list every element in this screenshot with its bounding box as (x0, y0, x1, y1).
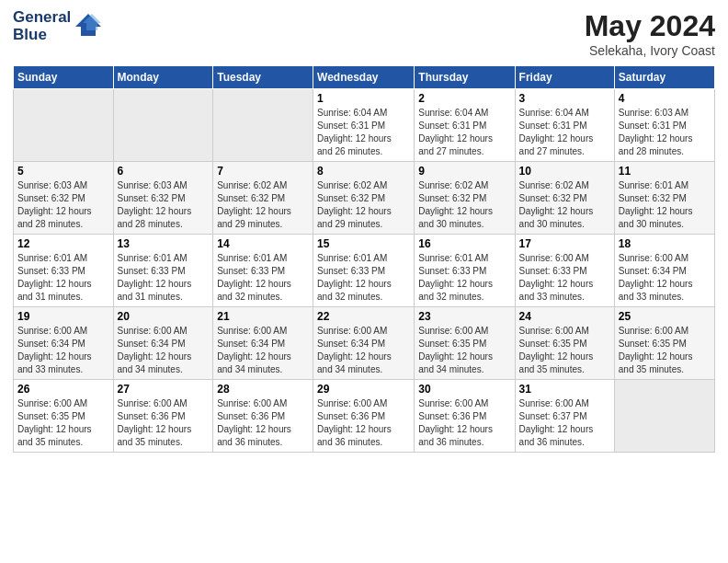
day-info: Sunrise: 6:03 AM Sunset: 6:31 PM Dayligh… (619, 107, 711, 158)
day-number: 30 (418, 383, 510, 396)
calendar-day-cell: 24Sunrise: 6:00 AM Sunset: 6:35 PM Dayli… (515, 307, 614, 380)
calendar-day-cell: 29Sunrise: 6:00 AM Sunset: 6:36 PM Dayli… (313, 380, 415, 453)
calendar-day-cell: 19Sunrise: 6:00 AM Sunset: 6:34 PM Dayli… (14, 307, 114, 380)
day-info: Sunrise: 6:00 AM Sunset: 6:36 PM Dayligh… (217, 397, 309, 449)
day-info: Sunrise: 6:03 AM Sunset: 6:32 PM Dayligh… (17, 179, 109, 231)
day-number: 28 (217, 383, 309, 396)
day-info: Sunrise: 6:00 AM Sunset: 6:37 PM Dayligh… (519, 397, 610, 449)
day-info: Sunrise: 6:03 AM Sunset: 6:32 PM Dayligh… (118, 179, 210, 231)
day-info: Sunrise: 6:00 AM Sunset: 6:34 PM Dayligh… (619, 252, 711, 304)
weekday-header-sunday: Sunday (14, 66, 114, 89)
calendar-day-cell: 15Sunrise: 6:01 AM Sunset: 6:33 PM Dayli… (313, 235, 415, 307)
day-info: Sunrise: 6:00 AM Sunset: 6:34 PM Dayligh… (118, 325, 210, 376)
calendar-day-cell: 25Sunrise: 6:00 AM Sunset: 6:35 PM Dayli… (614, 307, 714, 380)
day-info: Sunrise: 6:04 AM Sunset: 6:31 PM Dayligh… (317, 107, 410, 158)
calendar-day-cell (213, 89, 313, 162)
calendar-day-cell: 23Sunrise: 6:00 AM Sunset: 6:35 PM Dayli… (415, 307, 515, 380)
day-number: 20 (118, 310, 210, 323)
day-number: 3 (519, 92, 610, 105)
calendar-day-cell: 13Sunrise: 6:01 AM Sunset: 6:33 PM Dayli… (113, 235, 213, 307)
day-number: 6 (118, 165, 210, 178)
day-number: 7 (217, 165, 309, 178)
logo-text-general: General (13, 9, 71, 27)
calendar-week-row: 19Sunrise: 6:00 AM Sunset: 6:34 PM Dayli… (14, 307, 715, 380)
calendar-day-cell: 28Sunrise: 6:00 AM Sunset: 6:36 PM Dayli… (213, 380, 313, 453)
calendar-body: 1Sunrise: 6:04 AM Sunset: 6:31 PM Daylig… (14, 89, 715, 453)
calendar-header: SundayMondayTuesdayWednesdayThursdayFrid… (14, 66, 715, 89)
day-number: 26 (17, 383, 109, 396)
weekday-header-friday: Friday (515, 66, 614, 89)
day-info: Sunrise: 6:01 AM Sunset: 6:33 PM Dayligh… (118, 252, 210, 304)
day-number: 23 (418, 310, 510, 323)
day-number: 25 (619, 310, 711, 323)
day-info: Sunrise: 6:00 AM Sunset: 6:36 PM Dayligh… (118, 397, 210, 449)
calendar-day-cell: 14Sunrise: 6:01 AM Sunset: 6:33 PM Dayli… (213, 235, 313, 307)
day-number: 18 (619, 237, 711, 250)
weekday-header-wednesday: Wednesday (313, 66, 415, 89)
calendar-day-cell: 10Sunrise: 6:02 AM Sunset: 6:32 PM Dayli… (515, 162, 614, 235)
day-info: Sunrise: 6:01 AM Sunset: 6:33 PM Dayligh… (317, 252, 410, 304)
day-info: Sunrise: 6:00 AM Sunset: 6:35 PM Dayligh… (619, 325, 711, 376)
day-info: Sunrise: 6:01 AM Sunset: 6:32 PM Dayligh… (619, 179, 711, 231)
day-info: Sunrise: 6:00 AM Sunset: 6:33 PM Dayligh… (519, 252, 610, 304)
calendar-day-cell: 31Sunrise: 6:00 AM Sunset: 6:37 PM Dayli… (515, 380, 614, 453)
calendar-table: SundayMondayTuesdayWednesdayThursdayFrid… (13, 65, 715, 453)
logo-text-blue: Blue (13, 27, 71, 44)
day-info: Sunrise: 6:02 AM Sunset: 6:32 PM Dayligh… (217, 179, 309, 231)
title-block: May 2024 Selekaha, Ivory Coast (585, 9, 715, 58)
calendar-day-cell: 5Sunrise: 6:03 AM Sunset: 6:32 PM Daylig… (14, 162, 114, 235)
day-info: Sunrise: 6:02 AM Sunset: 6:32 PM Dayligh… (317, 179, 410, 231)
day-number: 17 (519, 237, 610, 250)
day-info: Sunrise: 6:00 AM Sunset: 6:34 PM Dayligh… (217, 325, 309, 376)
calendar-day-cell: 2Sunrise: 6:04 AM Sunset: 6:31 PM Daylig… (415, 89, 515, 162)
calendar-week-row: 26Sunrise: 6:00 AM Sunset: 6:35 PM Dayli… (14, 380, 715, 453)
day-info: Sunrise: 6:00 AM Sunset: 6:35 PM Dayligh… (519, 325, 610, 376)
day-number: 8 (317, 165, 410, 178)
calendar-day-cell: 1Sunrise: 6:04 AM Sunset: 6:31 PM Daylig… (313, 89, 415, 162)
calendar-day-cell: 12Sunrise: 6:01 AM Sunset: 6:33 PM Dayli… (14, 235, 114, 307)
day-number: 31 (519, 383, 610, 396)
calendar-day-cell: 3Sunrise: 6:04 AM Sunset: 6:31 PM Daylig… (515, 89, 614, 162)
main-container: General Blue May 2024 Selekaha, Ivory Co… (0, 0, 728, 462)
day-info: Sunrise: 6:04 AM Sunset: 6:31 PM Dayligh… (418, 107, 510, 158)
day-info: Sunrise: 6:00 AM Sunset: 6:36 PM Dayligh… (418, 397, 510, 449)
day-number: 10 (519, 165, 610, 178)
calendar-day-cell: 9Sunrise: 6:02 AM Sunset: 6:32 PM Daylig… (415, 162, 515, 235)
calendar-day-cell: 22Sunrise: 6:00 AM Sunset: 6:34 PM Dayli… (313, 307, 415, 380)
day-number: 15 (317, 237, 410, 250)
calendar-week-row: 1Sunrise: 6:04 AM Sunset: 6:31 PM Daylig… (14, 89, 715, 162)
calendar-day-cell: 16Sunrise: 6:01 AM Sunset: 6:33 PM Dayli… (415, 235, 515, 307)
day-info: Sunrise: 6:01 AM Sunset: 6:33 PM Dayligh… (17, 252, 109, 304)
calendar-day-cell: 18Sunrise: 6:00 AM Sunset: 6:34 PM Dayli… (614, 235, 714, 307)
calendar-day-cell: 21Sunrise: 6:00 AM Sunset: 6:34 PM Dayli… (213, 307, 313, 380)
day-info: Sunrise: 6:00 AM Sunset: 6:35 PM Dayligh… (418, 325, 510, 376)
day-number: 11 (619, 165, 711, 178)
day-info: Sunrise: 6:02 AM Sunset: 6:32 PM Dayligh… (519, 179, 610, 231)
day-number: 2 (418, 92, 510, 105)
day-number: 9 (418, 165, 510, 178)
day-info: Sunrise: 6:00 AM Sunset: 6:35 PM Dayligh… (17, 397, 109, 449)
day-info: Sunrise: 6:00 AM Sunset: 6:34 PM Dayligh… (317, 325, 410, 376)
calendar-day-cell (614, 380, 714, 453)
logo-icon (74, 10, 103, 40)
day-number: 27 (118, 383, 210, 396)
calendar-day-cell: 7Sunrise: 6:02 AM Sunset: 6:32 PM Daylig… (213, 162, 313, 235)
calendar-day-cell: 17Sunrise: 6:00 AM Sunset: 6:33 PM Dayli… (515, 235, 614, 307)
weekday-header-row: SundayMondayTuesdayWednesdayThursdayFrid… (14, 66, 715, 89)
day-number: 29 (317, 383, 410, 396)
day-number: 12 (17, 237, 109, 250)
calendar-day-cell: 26Sunrise: 6:00 AM Sunset: 6:35 PM Dayli… (14, 380, 114, 453)
day-number: 22 (317, 310, 410, 323)
day-info: Sunrise: 6:02 AM Sunset: 6:32 PM Dayligh… (418, 179, 510, 231)
logo: General Blue (13, 9, 103, 43)
calendar-day-cell (113, 89, 213, 162)
weekday-header-saturday: Saturday (614, 66, 714, 89)
calendar-day-cell: 4Sunrise: 6:03 AM Sunset: 6:31 PM Daylig… (614, 89, 714, 162)
calendar-day-cell: 8Sunrise: 6:02 AM Sunset: 6:32 PM Daylig… (313, 162, 415, 235)
calendar-day-cell: 27Sunrise: 6:00 AM Sunset: 6:36 PM Dayli… (113, 380, 213, 453)
header: General Blue May 2024 Selekaha, Ivory Co… (13, 9, 715, 58)
weekday-header-tuesday: Tuesday (213, 66, 313, 89)
day-number: 13 (118, 237, 210, 250)
day-info: Sunrise: 6:00 AM Sunset: 6:34 PM Dayligh… (17, 325, 109, 376)
day-info: Sunrise: 6:01 AM Sunset: 6:33 PM Dayligh… (217, 252, 309, 304)
